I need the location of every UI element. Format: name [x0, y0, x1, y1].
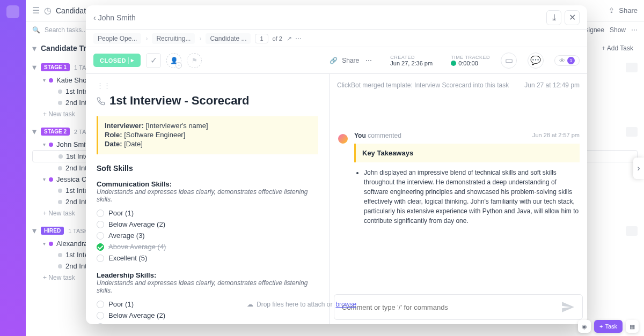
rating-label: Poor (1) [108, 300, 134, 308]
row-caret-icon[interactable]: ▾ [43, 241, 46, 247]
system-text: ClickBot merged template: Interview Scor… [337, 81, 509, 89]
group-caret-icon[interactable]: ▾ [32, 226, 36, 236]
show-filter[interactable]: Show [610, 26, 626, 34]
new-task-button[interactable]: +Task [594, 320, 623, 333]
stage-pill[interactable]: Hired [41, 227, 64, 235]
back-button[interactable]: ‹ John Smith [93, 13, 136, 22]
rating-item[interactable]: Poor (1) [97, 207, 318, 219]
group-caret-icon[interactable]: ▾ [32, 126, 36, 137]
radio-icon [97, 232, 104, 240]
rating-item[interactable]: Below Average (2) [97, 219, 318, 230]
search-placeholder: Search tasks... [45, 26, 87, 34]
time-tracked-meta: Time Tracked 0:00:00 [451, 55, 490, 66]
role-label: Role: [105, 131, 122, 139]
drop-hint: ☁ Drop files here to attach or browse [247, 301, 356, 308]
comment-input[interactable] [342, 303, 557, 311]
subtask-dot-icon [58, 89, 62, 94]
phone-icon [97, 97, 105, 106]
row-caret-icon[interactable]: ▾ [43, 176, 46, 182]
add-task-button[interactable]: + Add Task [597, 42, 638, 54]
avatar[interactable] [337, 133, 349, 145]
priority-button[interactable]: ⚑ [187, 53, 202, 68]
task-count: 1 task [68, 228, 88, 234]
minimize-button[interactable]: ⤓ [546, 10, 561, 25]
interviewer-label: Interviewer: [105, 122, 144, 130]
menu-icon[interactable]: ☰ [32, 5, 40, 16]
crumb-1[interactable]: People Ope... [93, 33, 141, 44]
rail-logo-icon[interactable] [6, 5, 19, 18]
apps-button[interactable]: ▦ [626, 320, 639, 333]
task-modal: ‹ John Smith ⤓ ✕ People Ope... › Recruit… [86, 5, 587, 324]
time-label: Time Tracked [451, 55, 490, 60]
rating-item[interactable]: Below Average (2) [97, 310, 318, 321]
complete-button[interactable]: ✓ [146, 53, 161, 68]
watchers[interactable]: 👁1 [554, 55, 580, 66]
skill-desc: Understands and expresses ideas clearly,… [97, 188, 318, 203]
group-options[interactable] [626, 127, 638, 137]
comment-input-wrap[interactable] [334, 294, 583, 320]
rating-label: Excellent (5) [108, 254, 147, 262]
share-mid-label[interactable]: Share [342, 57, 359, 64]
browse-link[interactable]: browse [335, 301, 356, 308]
rating-label: Average (3) [108, 232, 145, 240]
breadcrumb: People Ope... › Recruiting... › Candidat… [86, 30, 587, 47]
row-caret-icon[interactable]: ▾ [43, 141, 46, 147]
status-dot-icon [49, 78, 53, 83]
subtask-dot-icon [58, 154, 63, 159]
toolbar-more-icon[interactable]: ⋯ [365, 57, 372, 64]
status-caret-icon: ▸ [131, 57, 135, 64]
share-icon[interactable]: ⇪ [609, 6, 614, 14]
stage-pill[interactable]: Stage 1 [41, 63, 70, 71]
crumb-3[interactable]: Candidate ... [206, 33, 251, 44]
send-icon[interactable] [561, 300, 575, 314]
tag-button[interactable]: ▭ [501, 53, 517, 69]
assignee-button[interactable]: 👤 + [166, 53, 181, 68]
bottom-right-actions: ◉ +Task ▦ [578, 320, 639, 333]
crumb-2[interactable]: Recruiting... [152, 33, 195, 44]
rating-label: Above Average (4) [108, 243, 166, 251]
tag-icon: ▭ [505, 55, 513, 65]
left-nav-rail [0, 0, 26, 336]
chat-button[interactable]: 💬 [528, 53, 544, 69]
time-value[interactable]: 0:00:00 [451, 60, 490, 66]
prev-task-icon[interactable]: ↗ [287, 35, 292, 42]
rating-item[interactable]: Average (3) [97, 321, 318, 324]
section-soft-skills: Soft Skills [97, 164, 318, 173]
drop-text: Drop files here to attach or [257, 301, 332, 308]
status-dot-icon [49, 177, 53, 182]
close-button[interactable]: ✕ [565, 10, 580, 25]
share-link-icon[interactable]: 🔗 [330, 57, 338, 64]
radio-icon [97, 323, 104, 325]
clock-icon[interactable]: ◷ [44, 5, 52, 16]
group-options[interactable] [626, 226, 638, 236]
status-button[interactable]: CLOSED ▸ [93, 54, 141, 67]
rating-item[interactable]: Excellent (5) [97, 252, 318, 264]
modal-toolbar: CLOSED ▸ ✓ 👤 + ⚑ 🔗 Share ⋯ Created Jun 2… [86, 47, 587, 74]
play-icon [451, 61, 456, 66]
drag-handle-icon[interactable]: ⋮⋮ [97, 81, 318, 89]
radio-icon [97, 301, 104, 308]
record-icon: ◉ [582, 323, 587, 330]
created-meta: Created Jun 27, 2:36 pm [390, 55, 433, 66]
more-icon[interactable]: ⋯ [631, 26, 638, 34]
rating-item[interactable]: Average (3) [97, 230, 318, 241]
system-message: ClickBot merged template: Interview Scor… [337, 81, 580, 89]
next-panel-button[interactable]: › [633, 158, 644, 179]
minimize-icon: ⤓ [551, 12, 558, 23]
rating-item[interactable]: Above Average (4) [97, 241, 318, 252]
collapse-icon[interactable]: ▾ [32, 43, 36, 54]
more-crumb-icon[interactable]: ⋯ [295, 35, 302, 42]
takeaway-item: John displayed an impressive blend of te… [364, 168, 580, 226]
status-label: CLOSED [100, 57, 126, 64]
group-options[interactable] [626, 63, 638, 72]
group-caret-icon[interactable]: ▾ [32, 62, 36, 72]
record-button[interactable]: ◉ [578, 320, 591, 333]
row-caret-icon[interactable]: ▾ [43, 77, 46, 83]
crumb-of: of 2 [273, 35, 282, 42]
subtask-dot-icon [58, 253, 62, 257]
stage-pill[interactable]: Stage 2 [41, 128, 70, 136]
skill-desc: Understands and expresses ideas clearly,… [97, 279, 318, 294]
grid-icon: ▦ [630, 323, 635, 330]
share-label[interactable]: Share [619, 6, 638, 14]
rating-list: Poor (1)Below Average (2)Average (3)Abov… [97, 207, 318, 264]
